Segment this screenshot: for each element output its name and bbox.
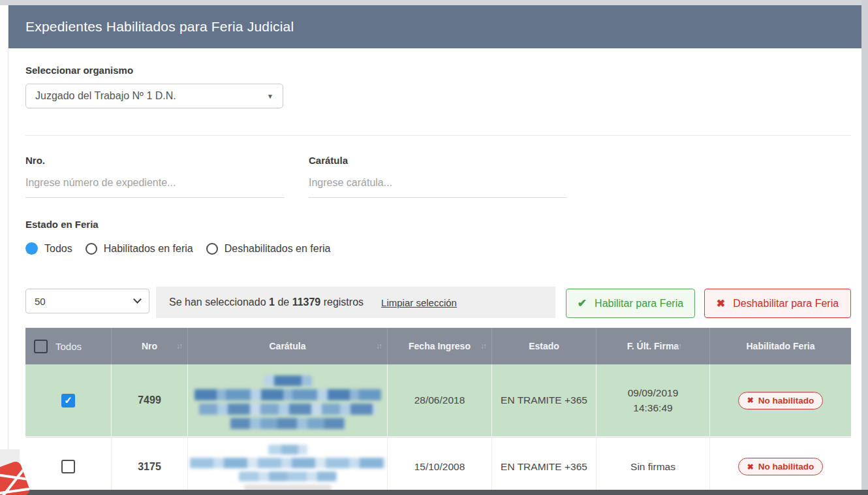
table-header-row: Todos Nro ↓↑ Carátula ↓↑ Fecha Ingreso ↓… [25,328,851,364]
row-select-cell [25,438,112,495]
selection-count: 1 [269,296,275,308]
habilitado-feria-cell: ✖ No habilitado [710,438,851,495]
caratula-cell [188,364,388,436]
estado-cell: EN TRAMITE +365 [492,438,597,495]
select-all-label: Todos [55,341,82,352]
section-divider [25,135,851,136]
chevron-down-icon [133,295,142,304]
fecha-ingreso-cell: 28/06/2018 [388,364,492,436]
cross-icon: ✖ [717,297,725,310]
disable-for-feria-button[interactable]: ✖ Deshabilitar para Feria [704,289,851,318]
estado-cell: EN TRAMITE +365 [492,364,597,436]
page-size-value: 50 [35,296,46,307]
caret-down-icon: ▼ [267,93,273,100]
selection-info-box: Se han seleccionado 1 de 11379 registros… [156,287,555,318]
radio-unselected-icon [85,243,97,255]
sort-icon[interactable]: ↓↑ [675,342,681,351]
table-row[interactable]: 3175 15/10/2008 EN TRAMITE +365 [25,437,851,495]
sort-icon[interactable]: ↓↑ [176,342,181,351]
redacted-caratula [188,441,387,492]
f-ult-firma-cell: 09/09/2019 14:36:49 [597,364,710,436]
sort-icon[interactable]: ↓↑ [376,342,381,351]
radio-unselected-icon [206,243,218,255]
column-header-f-ult-firma[interactable]: F. Últ. Firma ↓↑ [597,328,710,364]
window-right-edge [861,0,868,495]
page: Expedientes Habilitados para Feria Judic… [0,0,868,495]
estado-feria-radio-group: Todos Habilitados en feria Deshabilitado… [25,242,330,255]
nro-cell: 7499 [112,364,188,436]
fecha-ingreso-cell: 15/10/2008 [388,438,492,495]
organismo-select[interactable]: Juzgado del Trabajo Nº 1 D.N. ▼ [25,84,283,108]
selection-summary: Se han seleccionado 1 de 11379 registros [169,296,364,308]
column-header-habilitado-feria: Habilitado Feria [710,328,851,364]
table-row[interactable]: ✓ 7499 28/06/2018 [25,364,851,437]
caratula-cell [188,438,388,495]
row-checkbox-unchecked[interactable] [61,460,75,473]
organismo-selected-value: Juzgado del Trabajo Nº 1 D.N. [35,90,176,102]
checkmark-icon: ✓ [64,394,72,406]
caratula-input[interactable] [309,168,567,198]
nro-cell: 3175 [112,438,188,495]
page-header: Expedientes Habilitados para Feria Judic… [8,5,861,48]
page-size-select[interactable]: 50 [25,289,149,313]
row-checkbox-checked[interactable]: ✓ [61,394,75,407]
caratula-label: Carátula [309,155,348,166]
sort-icon[interactable]: ↓↑ [480,342,486,351]
page-title: Expedientes Habilitados para Feria Judic… [25,19,294,35]
nro-input[interactable] [25,168,285,198]
window-top-edge [0,0,868,5]
organismo-label: Seleccionar organismo [25,65,133,76]
f-ult-firma-cell: Sin firmas [597,438,710,495]
status-badge: ✖ No habilitado [738,458,824,475]
expedientes-table: Todos Nro ↓↑ Carátula ↓↑ Fecha Ingreso ↓… [25,328,851,495]
radio-option-deshabilitados[interactable]: Deshabilitados en feria [206,243,331,255]
column-header-nro[interactable]: Nro ↓↑ [112,328,188,364]
window-bottom-edge [22,490,868,495]
check-icon: ✔ [578,296,587,310]
badge-cross-icon: ✖ [747,396,754,405]
enable-for-feria-button[interactable]: ✔ Habilitar para Feria [566,289,695,318]
radio-option-habilitados[interactable]: Habilitados en feria [85,243,193,255]
clear-selection-link[interactable]: Limpiar selección [381,297,457,308]
nro-label: Nro. [25,155,45,166]
select-all-checkbox[interactable] [34,340,48,353]
column-header-fecha-ingreso[interactable]: Fecha Ingreso ↓↑ [388,328,492,364]
selection-total: 11379 [292,296,321,308]
badge-cross-icon: ✖ [747,462,754,471]
column-header-estado: Estado [492,328,597,364]
redacted-caratula [188,372,387,429]
row-select-cell: ✓ [25,364,112,436]
radio-option-todos[interactable]: Todos [25,242,72,255]
estado-feria-label: Estado en Feria [25,219,99,230]
column-header-select-all: Todos [25,328,112,364]
radio-selected-icon [25,242,38,255]
habilitado-feria-cell: ✖ No habilitado [710,364,851,436]
column-header-caratula[interactable]: Carátula ↓↑ [188,328,388,364]
content-card: Expedientes Habilitados para Feria Judic… [8,5,861,495]
status-badge: ✖ No habilitado [738,392,824,409]
